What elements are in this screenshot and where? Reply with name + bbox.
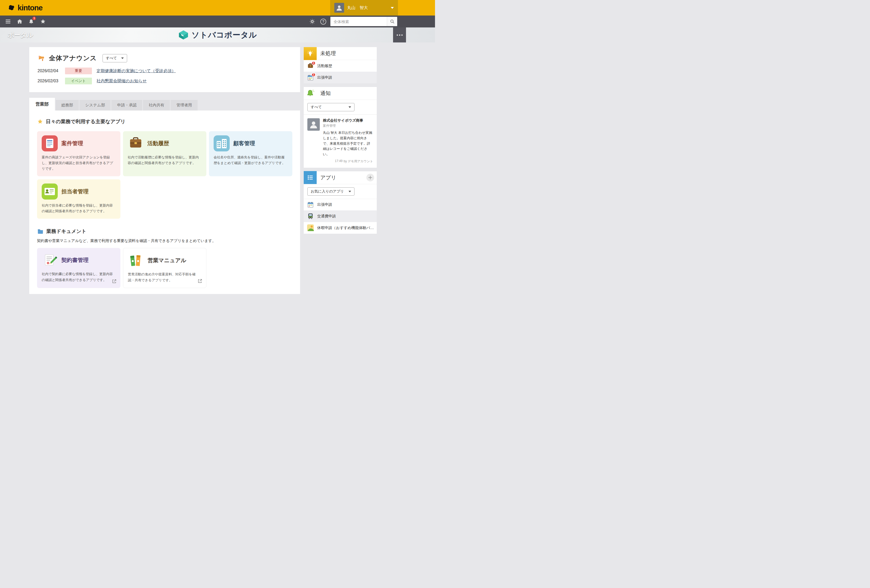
app-card-customer-management[interactable]: 顧客管理 会社名や住所、連絡先を登録し、案件や活動履歴をまとめて確認・更新ができ…	[209, 131, 292, 176]
tab-general-affairs[interactable]: 総務部	[56, 100, 79, 110]
star-section-icon	[37, 119, 43, 125]
tab-sales[interactable]: 営業部	[29, 98, 55, 110]
app-card-header: 案件管理	[42, 135, 116, 152]
announcement-link[interactable]: 社内懇親会開催のお知らせ	[97, 79, 147, 84]
notification-item[interactable]: 株式会社サイボウズ商事 案件管理 丸山 智大 本日お打ち合わせ実施しました。提案…	[304, 115, 377, 168]
kintone-logo-text: kintone	[18, 4, 42, 12]
help-icon: ?	[322, 19, 325, 24]
announcements-card: 全体アナウンス すべて 2026/02/04 重要 定期健康診断の実施について（…	[29, 47, 300, 92]
app-card-contract-management[interactable]: 契約書管理 社内で契約書に必要な情報を登録し、更新内容の確認と関係者共有ができる…	[37, 248, 121, 288]
person-icon	[308, 119, 319, 130]
user-avatar	[334, 3, 344, 13]
portal-more-button[interactable]	[393, 27, 406, 42]
main-apps-section-title: 日々の業務で利用する主要なアプリ	[46, 118, 125, 125]
notifications-button[interactable]: 1	[25, 15, 37, 27]
documents-section-title: 業務ドキュメント	[46, 228, 86, 235]
green-bell-icon	[304, 87, 317, 100]
caret-down-icon	[349, 191, 351, 192]
star-icon	[40, 18, 46, 25]
announcement-date: 2026/02/04	[37, 68, 60, 73]
app-description: 営業活動の進め方や提案資料、対応手順を確認・共有できるアプリです。	[128, 271, 201, 283]
portal-label: ポータル	[8, 31, 33, 39]
documents-section-description: 契約書や営業マニュアルなど、業務で利用する重要な資料を確認・共有できるアプリをま…	[37, 238, 292, 243]
notifications-filter-row: すべて	[304, 100, 377, 115]
settings-button[interactable]	[308, 15, 316, 27]
contract-document-icon	[42, 252, 58, 268]
app-card-sales-manual[interactable]: 営業マニュアル 営業活動の進め方や提案資料、対応手順を確認・共有できるアプリです…	[123, 248, 206, 288]
hamburger-menu-button[interactable]	[2, 15, 14, 27]
global-search	[331, 17, 397, 26]
kintone-portal-page: kintone 丸山 智大 1	[0, 0, 435, 294]
app-item-label: 休暇申請（おすすめ機能体験パ…	[317, 225, 374, 230]
main-apps-section-header: 日々の業務で利用する主要なアプリ	[37, 118, 292, 125]
portal-title: ソトバコポータル	[178, 30, 257, 40]
user-menu[interactable]: 丸山 智大	[330, 0, 398, 15]
external-link-icon	[197, 278, 203, 285]
chevron-down-icon	[391, 7, 394, 9]
gear-icon	[309, 18, 316, 25]
apps-filter-select[interactable]: お気に入りのアプリ	[307, 188, 355, 196]
tab-system[interactable]: システム部	[79, 100, 110, 110]
help-button[interactable]: ?	[320, 19, 326, 25]
unprocessed-title: 未処理	[320, 50, 377, 57]
megaphone-icon	[37, 54, 45, 62]
app-item-vacation-request[interactable]: 休暇申請（おすすめ機能体験パ…	[304, 222, 377, 234]
app-item-label: 出張申請	[317, 202, 332, 207]
notifications-title: 通知	[320, 90, 377, 97]
main-app-grid: 案件管理 案件の商談フェーズや次回アクションを登録し、更新状況の確認と担当者共有…	[37, 131, 292, 219]
vacation-icon	[307, 224, 314, 231]
search-icon	[390, 19, 395, 24]
unprocessed-item-trip[interactable]: 1 出張申請	[304, 72, 377, 83]
search-input[interactable]	[331, 17, 387, 26]
app-card-staff-management[interactable]: 担当者管理 社内で担当者に必要な情報を登録し、更新内容の確認と関係者共有ができる…	[37, 179, 121, 219]
train-icon	[307, 213, 314, 220]
app-title: 営業マニュアル	[147, 257, 186, 264]
tab-admin[interactable]: 管理者用	[171, 100, 198, 110]
navbar-right-group: ?	[308, 15, 435, 27]
documents-grid: 契約書管理 社内で契約書に必要な情報を登録し、更新内容の確認と関係者共有ができる…	[37, 248, 292, 288]
app-item-trip-request[interactable]: 出張申請	[304, 199, 377, 210]
notification-org: 株式会社サイボウズ商事	[323, 118, 373, 123]
unprocessed-item-label: 活動履歴	[317, 63, 332, 68]
app-item-transport-expense[interactable]: 交通費申請	[304, 210, 377, 222]
tab-shared[interactable]: 社内共有	[143, 100, 170, 110]
apps-section: アプリ お気に入りのアプリ	[304, 171, 377, 234]
unprocessed-header: 未処理	[304, 47, 377, 60]
unprocessed-count-badge: 1	[311, 61, 316, 65]
announcements-header: 全体アナウンス すべて	[37, 54, 292, 63]
app-description: 社内で契約書に必要な情報を登録し、更新内容の確認と関係者共有ができるアプリです。	[42, 271, 116, 283]
announcement-filter-select[interactable]: すべて	[103, 54, 127, 63]
topbar: kintone 丸山 智大	[0, 0, 435, 15]
notification-app: 案件管理	[323, 124, 373, 128]
announcement-link[interactable]: 定期健康診断の実施について（受診必須）	[97, 68, 176, 74]
home-button[interactable]	[14, 15, 25, 27]
lightbulb-icon	[304, 47, 317, 60]
external-link-icon	[112, 279, 117, 285]
announcement-date: 2026/02/03	[37, 79, 60, 83]
app-card-activity-history[interactable]: 活動履歴 社内で活動履歴に必要な情報を登録し、更新内容の確認と関係者共有ができる…	[123, 131, 206, 176]
notification-body: 株式会社サイボウズ商事 案件管理 丸山 智大 本日お打ち合わせ実施しました。提案…	[323, 118, 373, 164]
notification-meta: 17:49 by デモ用アカウント	[323, 159, 373, 164]
app-title: 案件管理	[61, 140, 83, 147]
add-app-button[interactable]	[366, 174, 374, 182]
portal-title-text: ソトバコポータル	[192, 30, 257, 40]
favorites-button[interactable]	[37, 15, 49, 27]
buildings-icon	[214, 135, 230, 152]
calendar-icon: 1	[307, 74, 314, 81]
notification-text: 丸山 智大 本日お打ち合わせ実施しました。提案内容に前向きで、来週見積提示予定で…	[323, 130, 373, 157]
announcement-list: 2026/02/04 重要 定期健康診断の実施について（受診必須） 2026/0…	[37, 67, 292, 84]
unprocessed-item-label: 出張申請	[317, 75, 332, 80]
department-panel: 日々の業務で利用する主要なアプリ	[29, 110, 300, 294]
notifications-filter-select[interactable]: すべて	[307, 103, 355, 111]
search-button[interactable]	[387, 17, 397, 26]
announcement-badge-event: イベント	[65, 77, 92, 84]
unprocessed-item-activity[interactable]: 1 活動履歴	[304, 60, 377, 72]
tab-approval[interactable]: 申請・承認	[111, 100, 142, 110]
kintone-logo[interactable]: kintone	[8, 4, 42, 12]
announcement-row: 2026/02/04 重要 定期健康診断の実施について（受診必須）	[37, 67, 292, 74]
right-sidebar: 未処理 1 活動履歴	[304, 47, 377, 237]
app-card-case-management[interactable]: 案件管理 案件の商談フェーズや次回アクションを登録し、更新状況の確認と担当者共有…	[37, 131, 121, 176]
apps-header: アプリ	[304, 171, 377, 184]
announcements-title: 全体アナウンス	[49, 54, 97, 63]
app-description: 会社名や住所、連絡先を登録し、案件や活動履歴をまとめて確認・更新ができるアプリで…	[214, 155, 288, 166]
